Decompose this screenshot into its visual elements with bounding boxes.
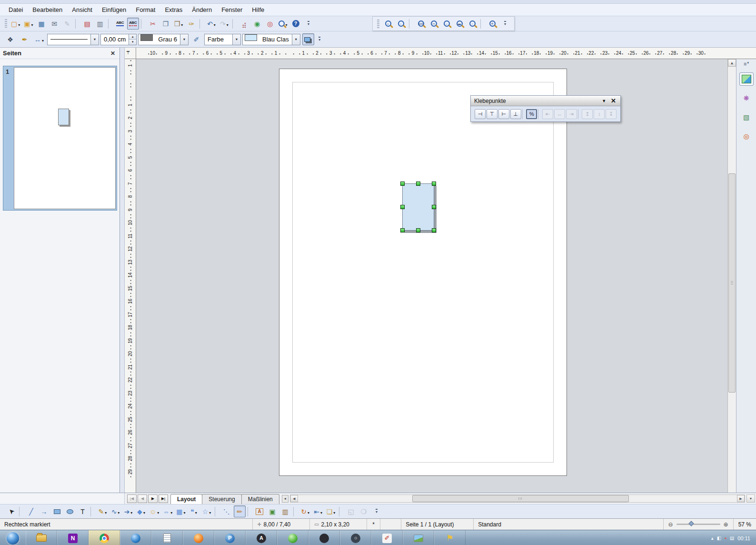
selection-handle[interactable] xyxy=(416,228,420,232)
line-arrow-icon[interactable]: → xyxy=(38,505,50,517)
menu-item[interactable]: Ändern xyxy=(187,4,217,15)
magnifier-app-icon[interactable]: ○ xyxy=(340,530,371,545)
taskbar-clock[interactable]: 00:11 xyxy=(737,535,750,541)
zoom-out-icon[interactable]: − xyxy=(395,18,407,30)
thunderbird-icon[interactable] xyxy=(120,530,151,545)
explorer-icon[interactable] xyxy=(26,530,57,545)
selection-handle[interactable] xyxy=(432,205,436,209)
gluepoint-exit-right-icon[interactable]: ⊢ xyxy=(498,109,509,119)
shadow-toggle-icon[interactable] xyxy=(302,33,314,45)
line-color-select[interactable]: Grau 6 xyxy=(138,34,189,45)
zoom-slider-track[interactable] xyxy=(676,524,720,525)
line-style-select[interactable] xyxy=(47,34,99,45)
copy-icon[interactable]: ❐ xyxy=(160,18,172,30)
first-page-button[interactable]: |◀ xyxy=(127,495,137,503)
paste-icon[interactable]: ❒ xyxy=(173,18,185,30)
menu-item[interactable]: Bearbeiten xyxy=(28,4,67,15)
ellipse-icon[interactable] xyxy=(64,505,76,517)
zoom-100-icon[interactable]: 100 xyxy=(415,18,427,30)
horizontal-scrollbar[interactable]: ◀ ▶ xyxy=(290,495,745,503)
new-document-icon[interactable]: ▢ xyxy=(10,18,21,30)
toolbar-options-icon[interactable]: ▾ xyxy=(371,505,383,517)
fill-style-icon[interactable]: ✐ xyxy=(190,33,202,45)
tab-scroll-left-icon[interactable]: ◂ xyxy=(282,495,288,503)
drawing-canvas[interactable]: Klebepunkte ▼ ✕ ⊣ ⊤ ⊢ xyxy=(136,59,727,493)
gluepoint-vertical-bottom-icon[interactable]: ↧ xyxy=(606,109,617,119)
connector-icon[interactable]: ∿ xyxy=(109,505,121,517)
spin-up-icon[interactable]: ▲ xyxy=(129,34,136,40)
combo-arrow-icon[interactable] xyxy=(180,34,188,45)
toolbar-options-icon[interactable]: ▾ xyxy=(317,33,323,45)
object-size-field[interactable]: ▭ 2,10 x 3,20 xyxy=(310,519,367,530)
app-a-icon[interactable]: A xyxy=(246,530,277,545)
tray-show-hidden-icon[interactable]: ▴ xyxy=(711,535,714,541)
line-width-stepper[interactable]: 0,00 cm ▲ ▼ xyxy=(100,34,137,45)
page-status-field[interactable]: Seite 1 / 1 (Layout) xyxy=(401,519,474,530)
flag-app-icon[interactable]: ⚑ xyxy=(434,530,466,545)
chrome-icon[interactable] xyxy=(89,530,120,545)
menu-item[interactable]: Hilfe xyxy=(247,4,269,15)
app-dark-icon[interactable] xyxy=(308,530,340,545)
callouts-icon[interactable]: ❝ xyxy=(188,505,200,517)
pan-zoom-icon[interactable]: ✢ xyxy=(487,18,498,30)
gluepoint-horizontal-right-icon[interactable]: ⇥ xyxy=(566,109,577,119)
onenote-icon[interactable]: N xyxy=(57,530,89,545)
gluepoints-titlebar[interactable]: Klebepunkte ▼ ✕ xyxy=(471,96,620,106)
rectangle-icon[interactable] xyxy=(51,505,63,517)
export-pdf-icon[interactable]: ▤ xyxy=(81,18,93,30)
zoom-in-icon[interactable]: + xyxy=(382,18,394,30)
photos-app-icon[interactable] xyxy=(403,530,434,545)
fontwork-icon[interactable]: A xyxy=(254,505,266,517)
alignment-icon[interactable]: ⇤ xyxy=(312,505,324,517)
gluepoint-horizontal-center-icon[interactable]: ↔ xyxy=(554,109,565,119)
interaction-icon[interactable]: ❍ xyxy=(358,505,370,517)
close-icon[interactable]: ✕ xyxy=(610,97,617,104)
last-page-button[interactable]: ▶| xyxy=(159,495,168,503)
menu-item[interactable]: Ansicht xyxy=(67,4,97,15)
extrusion-icon[interactable]: ◱ xyxy=(345,505,357,517)
pen-edit-points-icon[interactable]: ✒ xyxy=(19,33,30,45)
undo-icon[interactable]: ↶ xyxy=(206,18,218,30)
app-p-icon[interactable]: P xyxy=(214,530,246,545)
lines-arrows-icon[interactable]: ➔ xyxy=(122,505,134,517)
chart-icon[interactable]: ⣴ xyxy=(239,18,250,30)
next-page-button[interactable]: ▶ xyxy=(148,495,158,503)
zoom-page-width-icon[interactable]: ↔ xyxy=(441,18,453,30)
text-icon[interactable]: T xyxy=(77,505,89,517)
zoom-level[interactable]: 57 % xyxy=(734,519,756,530)
zoom-out-icon[interactable]: ⊖ xyxy=(668,521,673,528)
page-style-field[interactable]: Standard xyxy=(474,519,663,530)
selection-handle[interactable] xyxy=(400,182,405,186)
selection-handle[interactable] xyxy=(400,228,405,232)
tab-layout[interactable]: Layout xyxy=(170,494,202,504)
cut-icon[interactable]: ✂ xyxy=(147,18,159,30)
document-page[interactable] xyxy=(279,69,567,476)
from-file-icon[interactable]: ▣ xyxy=(267,505,279,517)
position-size-icon[interactable]: ❖ xyxy=(4,33,16,45)
notepad-icon[interactable] xyxy=(151,530,183,545)
scroll-right-icon[interactable]: ▶ xyxy=(737,495,745,502)
basic-shapes-icon[interactable]: ◆ xyxy=(135,505,147,517)
navigator-icon[interactable]: ◎ xyxy=(264,18,276,30)
toolbar-drag-handle[interactable] xyxy=(377,20,379,28)
save-icon[interactable]: ▦ xyxy=(36,18,48,30)
flowchart-icon[interactable]: ▦ xyxy=(175,505,187,517)
glue-points-icon[interactable]: ✏ xyxy=(234,505,246,517)
menu-item[interactable]: Datei xyxy=(4,4,28,15)
start-button[interactable] xyxy=(0,530,26,545)
previous-page-button[interactable]: ◀ xyxy=(138,495,147,503)
zoom-optimal-icon[interactable]: ▬ xyxy=(454,18,466,30)
toolbar-options-icon[interactable]: ▾ xyxy=(499,18,511,30)
help-icon[interactable]: ? xyxy=(290,18,302,30)
block-arrows-icon[interactable]: ⇔ xyxy=(161,505,174,517)
toolbar-drag-handle[interactable] xyxy=(5,19,7,29)
tab-steuerung[interactable]: Steuerung xyxy=(202,494,241,504)
edit-points-icon[interactable]: ⋱ xyxy=(221,505,233,517)
horizontal-scroll-track[interactable] xyxy=(298,495,737,502)
cursor-position-field[interactable]: ✛ 8,00 / 7,40 xyxy=(253,519,310,530)
horizontal-scroll-thumb[interactable] xyxy=(412,495,629,502)
close-icon[interactable]: ✕ xyxy=(109,50,117,57)
page-thumbnail[interactable]: 1 xyxy=(3,66,117,211)
tray-network-icon[interactable]: ▤ xyxy=(730,535,734,541)
arrow-style-icon[interactable]: ↔ xyxy=(33,33,45,45)
